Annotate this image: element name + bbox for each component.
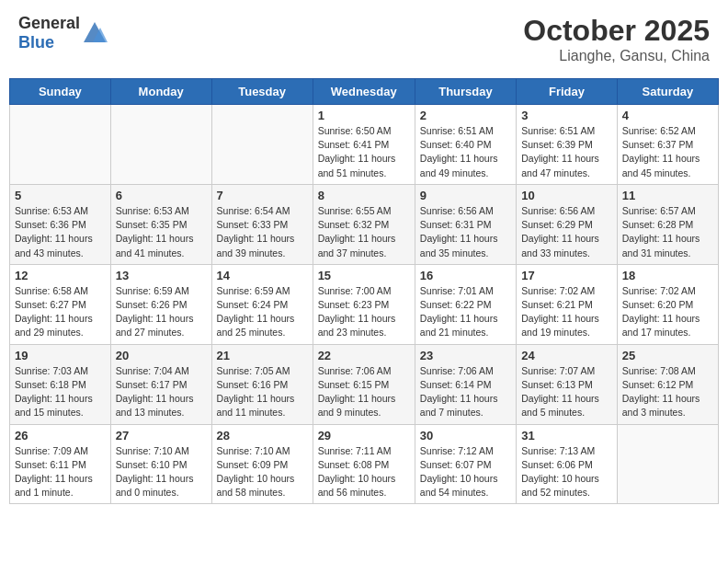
day-info: Sunrise: 6:50 AMSunset: 6:41 PMDaylight:…: [318, 124, 410, 180]
day-number: 23: [420, 349, 511, 362]
calendar-cell: 19Sunrise: 7:03 AMSunset: 6:18 PMDayligh…: [10, 344, 111, 424]
day-number: 17: [521, 269, 612, 282]
day-info: Sunrise: 6:54 AMSunset: 6:33 PMDaylight:…: [217, 204, 308, 260]
calendar-cell: 17Sunrise: 7:02 AMSunset: 6:21 PMDayligh…: [517, 264, 618, 344]
day-number: 3: [521, 109, 612, 122]
day-info: Sunrise: 6:56 AMSunset: 6:29 PMDaylight:…: [521, 204, 612, 260]
logo: General Blue: [18, 14, 108, 52]
calendar-cell: 11Sunrise: 6:57 AMSunset: 6:28 PMDayligh…: [617, 184, 718, 264]
day-info: Sunrise: 7:06 AMSunset: 6:14 PMDaylight:…: [420, 364, 511, 420]
calendar-header-saturday: Saturday: [617, 79, 718, 105]
calendar-cell: 12Sunrise: 6:58 AMSunset: 6:27 PMDayligh…: [10, 264, 111, 344]
day-number: 8: [318, 189, 410, 202]
day-info: Sunrise: 7:02 AMSunset: 6:21 PMDaylight:…: [521, 284, 612, 340]
day-number: 7: [217, 189, 308, 202]
day-info: Sunrise: 7:09 AMSunset: 6:11 PMDaylight:…: [15, 444, 106, 500]
day-number: 30: [420, 429, 511, 442]
month-title: October 2025: [523, 14, 710, 48]
day-number: 28: [217, 429, 308, 442]
title-area: October 2025 Lianghe, Gansu, China: [523, 14, 710, 64]
calendar-week-row: 12Sunrise: 6:58 AMSunset: 6:27 PMDayligh…: [10, 264, 719, 344]
calendar-cell: [10, 105, 111, 185]
day-info: Sunrise: 7:08 AMSunset: 6:12 PMDaylight:…: [622, 364, 713, 420]
calendar-header-thursday: Thursday: [415, 79, 516, 105]
day-info: Sunrise: 6:55 AMSunset: 6:32 PMDaylight:…: [318, 204, 410, 260]
calendar-cell: 5Sunrise: 6:53 AMSunset: 6:36 PMDaylight…: [10, 184, 111, 264]
day-number: 20: [116, 349, 207, 362]
day-number: 9: [420, 189, 511, 202]
day-info: Sunrise: 7:00 AMSunset: 6:23 PMDaylight:…: [318, 284, 410, 340]
day-info: Sunrise: 6:51 AMSunset: 6:39 PMDaylight:…: [521, 124, 612, 180]
day-number: 31: [521, 429, 612, 442]
day-info: Sunrise: 7:02 AMSunset: 6:20 PMDaylight:…: [622, 284, 713, 340]
calendar-cell: 31Sunrise: 7:13 AMSunset: 6:06 PMDayligh…: [517, 424, 618, 504]
day-number: 16: [420, 269, 511, 282]
calendar-cell: 30Sunrise: 7:12 AMSunset: 6:07 PMDayligh…: [415, 424, 516, 504]
calendar-cell: 3Sunrise: 6:51 AMSunset: 6:39 PMDaylight…: [517, 105, 618, 185]
day-info: Sunrise: 7:04 AMSunset: 6:17 PMDaylight:…: [116, 364, 207, 420]
day-info: Sunrise: 7:11 AMSunset: 6:08 PMDaylight:…: [318, 444, 410, 500]
page-header: General Blue October 2025 Lianghe, Gansu…: [9, 9, 719, 69]
calendar-header-tuesday: Tuesday: [211, 79, 313, 105]
logo-blue: Blue: [18, 33, 54, 52]
calendar-cell: 22Sunrise: 7:06 AMSunset: 6:15 PMDayligh…: [313, 344, 415, 424]
calendar-cell: [110, 105, 211, 185]
day-number: 4: [622, 109, 713, 122]
day-number: 18: [622, 269, 713, 282]
day-number: 11: [622, 189, 713, 202]
calendar-header-wednesday: Wednesday: [313, 79, 415, 105]
calendar-week-row: 26Sunrise: 7:09 AMSunset: 6:11 PMDayligh…: [10, 424, 719, 504]
calendar-cell: 10Sunrise: 6:56 AMSunset: 6:29 PMDayligh…: [517, 184, 618, 264]
calendar-header-row: SundayMondayTuesdayWednesdayThursdayFrid…: [10, 79, 719, 105]
calendar-cell: 25Sunrise: 7:08 AMSunset: 6:12 PMDayligh…: [617, 344, 718, 424]
calendar-header-monday: Monday: [110, 79, 211, 105]
calendar-cell: 7Sunrise: 6:54 AMSunset: 6:33 PMDaylight…: [211, 184, 313, 264]
day-number: 12: [15, 269, 106, 282]
calendar-cell: 27Sunrise: 7:10 AMSunset: 6:10 PMDayligh…: [110, 424, 211, 504]
day-number: 27: [116, 429, 207, 442]
day-info: Sunrise: 6:53 AMSunset: 6:36 PMDaylight:…: [15, 204, 106, 260]
calendar-cell: 15Sunrise: 7:00 AMSunset: 6:23 PMDayligh…: [313, 264, 415, 344]
calendar-cell: 28Sunrise: 7:10 AMSunset: 6:09 PMDayligh…: [211, 424, 313, 504]
calendar-week-row: 5Sunrise: 6:53 AMSunset: 6:36 PMDaylight…: [10, 184, 719, 264]
day-info: Sunrise: 7:10 AMSunset: 6:09 PMDaylight:…: [217, 444, 308, 500]
day-number: 25: [622, 349, 713, 362]
location: Lianghe, Gansu, China: [523, 48, 710, 64]
day-number: 1: [318, 109, 410, 122]
calendar-cell: 16Sunrise: 7:01 AMSunset: 6:22 PMDayligh…: [415, 264, 516, 344]
day-info: Sunrise: 6:59 AMSunset: 6:24 PMDaylight:…: [217, 284, 308, 340]
calendar-cell: [617, 424, 718, 504]
calendar-cell: 13Sunrise: 6:59 AMSunset: 6:26 PMDayligh…: [110, 264, 211, 344]
calendar-cell: 9Sunrise: 6:56 AMSunset: 6:31 PMDaylight…: [415, 184, 516, 264]
day-number: 29: [318, 429, 410, 442]
calendar-cell: 6Sunrise: 6:53 AMSunset: 6:35 PMDaylight…: [110, 184, 211, 264]
calendar-cell: [211, 105, 313, 185]
logo-icon: [82, 20, 108, 46]
day-info: Sunrise: 6:57 AMSunset: 6:28 PMDaylight:…: [622, 204, 713, 260]
calendar-cell: 4Sunrise: 6:52 AMSunset: 6:37 PMDaylight…: [617, 105, 718, 185]
calendar-cell: 23Sunrise: 7:06 AMSunset: 6:14 PMDayligh…: [415, 344, 516, 424]
day-number: 24: [521, 349, 612, 362]
day-info: Sunrise: 6:56 AMSunset: 6:31 PMDaylight:…: [420, 204, 511, 260]
day-number: 14: [217, 269, 308, 282]
calendar-cell: 1Sunrise: 6:50 AMSunset: 6:41 PMDaylight…: [313, 105, 415, 185]
day-info: Sunrise: 6:52 AMSunset: 6:37 PMDaylight:…: [622, 124, 713, 180]
day-number: 19: [15, 349, 106, 362]
day-number: 13: [116, 269, 207, 282]
calendar-cell: 26Sunrise: 7:09 AMSunset: 6:11 PMDayligh…: [10, 424, 111, 504]
day-info: Sunrise: 7:03 AMSunset: 6:18 PMDaylight:…: [15, 364, 106, 420]
calendar-cell: 14Sunrise: 6:59 AMSunset: 6:24 PMDayligh…: [211, 264, 313, 344]
day-number: 15: [318, 269, 410, 282]
calendar-week-row: 19Sunrise: 7:03 AMSunset: 6:18 PMDayligh…: [10, 344, 719, 424]
day-number: 22: [318, 349, 410, 362]
calendar-week-row: 1Sunrise: 6:50 AMSunset: 6:41 PMDaylight…: [10, 105, 719, 185]
day-number: 26: [15, 429, 106, 442]
day-info: Sunrise: 6:51 AMSunset: 6:40 PMDaylight:…: [420, 124, 511, 180]
day-info: Sunrise: 7:01 AMSunset: 6:22 PMDaylight:…: [420, 284, 511, 340]
day-info: Sunrise: 6:53 AMSunset: 6:35 PMDaylight:…: [116, 204, 207, 260]
day-number: 6: [116, 189, 207, 202]
calendar-table: SundayMondayTuesdayWednesdayThursdayFrid…: [9, 78, 719, 504]
day-info: Sunrise: 7:07 AMSunset: 6:13 PMDaylight:…: [521, 364, 612, 420]
day-info: Sunrise: 7:10 AMSunset: 6:10 PMDaylight:…: [116, 444, 207, 500]
calendar-cell: 24Sunrise: 7:07 AMSunset: 6:13 PMDayligh…: [517, 344, 618, 424]
